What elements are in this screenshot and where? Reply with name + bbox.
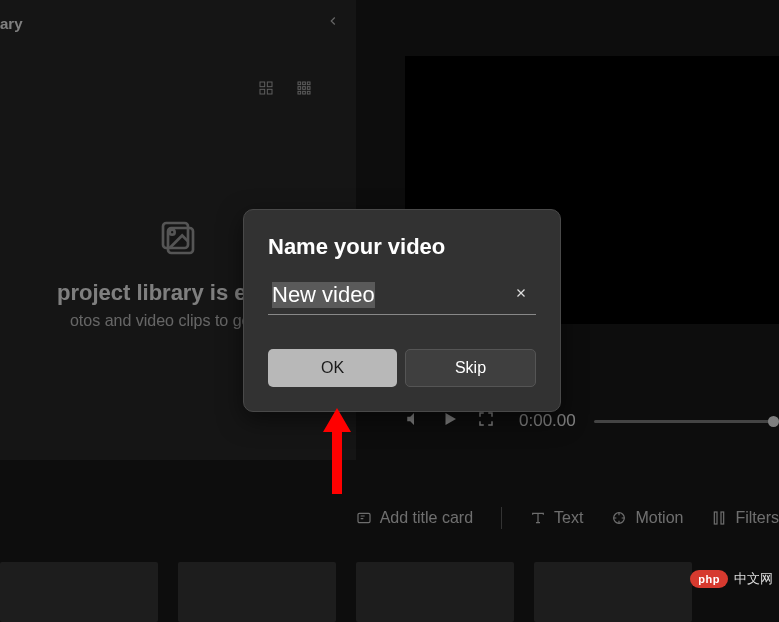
dialog-title: Name your video xyxy=(268,234,536,260)
ok-button[interactable]: OK xyxy=(268,349,397,387)
clear-input-icon[interactable] xyxy=(514,286,528,304)
watermark-text: 中文网 xyxy=(734,570,773,588)
name-video-dialog: Name your video OK Skip xyxy=(243,209,561,412)
svg-marker-23 xyxy=(323,408,351,494)
watermark-badge: php xyxy=(690,570,728,588)
skip-button[interactable]: Skip xyxy=(405,349,536,387)
watermark: php 中文网 xyxy=(690,570,773,588)
video-name-input[interactable] xyxy=(268,276,536,314)
annotation-arrow xyxy=(321,408,353,498)
